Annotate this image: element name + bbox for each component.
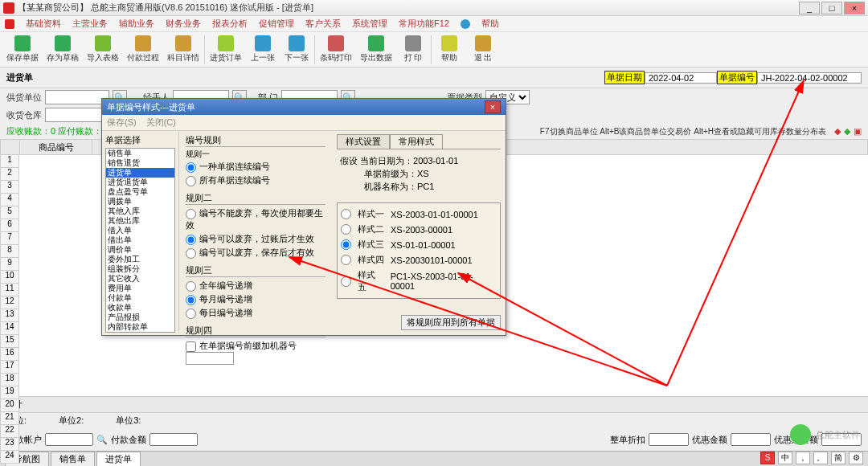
shortcut-hints: F7切换商品单位 Alt+B该商品曾单位交易价 Alt+H查看或隐藏可用库存数量…	[540, 126, 826, 137]
list-item[interactable]: 产品报损	[106, 313, 174, 322]
rule1-opt-a[interactable]: 一种单据连续编号	[186, 160, 326, 174]
list-item[interactable]: 组装拆分	[106, 264, 174, 274]
assumption-info: 假设 当前日期为：2003-01-01 单据前缀为：XS 机器名称为：PC1	[337, 149, 501, 198]
menu-item[interactable]: 基础资料	[26, 18, 61, 30]
watermark: 总舵主软件	[790, 424, 860, 445]
tool-barcode[interactable]: 条码打印	[317, 35, 355, 64]
rule3-header: 规则三	[186, 264, 326, 277]
rule2-opt-a[interactable]: 编号不能废弃，每次使用都要生效	[186, 206, 326, 232]
list-item[interactable]: 销售单	[106, 149, 174, 158]
sample-5[interactable]: 样式五PC1-XS-2003-01-01-00001	[341, 268, 497, 295]
tool-export[interactable]: 导出数据	[357, 35, 395, 64]
rule2-opt-b[interactable]: 编号可以废弃，过账后才生效	[186, 232, 326, 246]
list-item[interactable]: 其它收入	[106, 274, 174, 284]
rule2-opt-c[interactable]: 编号可以废弃，保存后才有效	[186, 246, 326, 260]
list-item[interactable]: 进货单	[106, 168, 174, 178]
list-item[interactable]: 进货退货单	[106, 178, 174, 187]
app-icon-small	[5, 19, 14, 29]
tool-next[interactable]: 下一张	[280, 35, 313, 64]
list-item[interactable]: 调拨单	[106, 197, 174, 206]
machine-no-input[interactable]	[186, 352, 234, 365]
list-item[interactable]: 借出单	[106, 235, 174, 245]
window-title: 【某某商贸公司】 总舵主商贸通用版(V8.6 20151016) 迷你试用版 -…	[18, 2, 799, 14]
menu-item[interactable]: 促销管理	[259, 18, 294, 30]
menu-item[interactable]: 主营业务	[72, 18, 108, 30]
list-item[interactable]: 盘点盈亏单	[106, 187, 174, 197]
apply-all-button[interactable]: 将规则应用到所有单据	[401, 315, 501, 330]
tool-help[interactable]: 帮助	[433, 35, 465, 64]
sample-1[interactable]: 样式一XS-2003-01-01-00001	[341, 206, 497, 222]
maximize-button[interactable]: □	[821, 2, 842, 14]
docno-label: 单据编号	[717, 71, 757, 84]
rule3-opt-a[interactable]: 全年编号递增	[186, 279, 326, 292]
tool-subject[interactable]: 科目详情	[164, 35, 203, 64]
ime-icon[interactable]: 简	[831, 452, 845, 464]
rule3-opt-c[interactable]: 每日编号递增	[186, 306, 326, 320]
list-item[interactable]: 内部转款单	[106, 322, 174, 332]
supplier-input[interactable]	[45, 90, 109, 104]
col-header[interactable]: 商品编号	[20, 140, 92, 154]
menu-item[interactable]: 帮助	[481, 18, 499, 30]
ime-icon[interactable]: S	[760, 452, 775, 464]
dialog-close-icon[interactable]: ×	[485, 100, 501, 113]
dialog-save[interactable]: 保存(S)	[107, 117, 137, 129]
list-item[interactable]: 销售退货	[106, 158, 174, 168]
menu-item[interactable]: 客户关系	[305, 18, 341, 30]
date-value[interactable]: 2022-04-02	[645, 72, 717, 84]
recvwh-input[interactable]	[45, 108, 109, 122]
ime-icon[interactable]: 中	[778, 452, 792, 464]
flag-icon[interactable]: ◆	[834, 126, 841, 137]
flag-icon[interactable]: ◆	[844, 126, 850, 137]
tab-style-settings[interactable]: 样式设置	[337, 134, 390, 149]
sample-4[interactable]: 样式四XS-20030101-00001	[341, 252, 497, 268]
tab-common-styles[interactable]: 常用样式	[390, 134, 443, 149]
ime-icon[interactable]: 。	[813, 452, 828, 464]
list-item[interactable]: 库存调整单	[106, 332, 174, 333]
date-label: 单据日期	[604, 71, 645, 84]
sample-3[interactable]: 样式三XS-01-01-00001	[341, 237, 497, 252]
list-item[interactable]: 费用单	[106, 284, 174, 293]
tool-draft[interactable]: 存为草稿	[43, 35, 82, 64]
dialog-close[interactable]: 关闭(C)	[146, 117, 176, 129]
rule4-header: 规则四	[186, 325, 326, 337]
style-samples: 样式一XS-2003-01-01-00001 样式二XS-2003-00001 …	[337, 202, 501, 299]
list-item[interactable]: 调价单	[106, 245, 174, 255]
minimize-button[interactable]: _	[799, 2, 820, 14]
tool-import[interactable]: 导入表格	[84, 35, 122, 64]
tool-order[interactable]: 进货订单	[207, 35, 245, 64]
rule1-header: 编号规则	[186, 134, 326, 147]
doc-header: 进货单 单据日期 2022-04-02 单据编号 JH-2022-04-02-0…	[0, 67, 868, 88]
supplier-label: 供货单位	[6, 92, 42, 104]
tool-print[interactable]: 打 印	[397, 35, 429, 64]
ime-icon[interactable]: ⚙	[849, 452, 863, 464]
tool-prev[interactable]: 上一张	[247, 35, 279, 64]
tool-payment[interactable]: 付款过程	[124, 35, 162, 64]
flag-icon[interactable]: ▣	[854, 126, 862, 137]
list-item[interactable]: 其他入库	[106, 206, 174, 216]
rule1-opt-b[interactable]: 所有单据连续编号	[186, 174, 326, 187]
list-item[interactable]: 借入单	[106, 226, 174, 235]
menu-item[interactable]: 报表分析	[212, 18, 248, 30]
list-item[interactable]: 委外加工	[106, 255, 174, 264]
dialog-titlebar[interactable]: 单据编号样式---进货单 ×	[102, 99, 506, 115]
docno-style-dialog: 单据编号样式---进货单 × 保存(S) 关闭(C) 单据选择 销售单销售退货进…	[101, 98, 506, 336]
list-item[interactable]: 付款单	[106, 293, 174, 303]
sample-2[interactable]: 样式二XS-2003-00001	[341, 222, 497, 237]
list-item[interactable]: 其他出库	[106, 216, 174, 226]
list-item[interactable]: 收款单	[106, 303, 174, 313]
menu-item[interactable]: 财务业务	[166, 18, 201, 30]
menu-item[interactable]: 系统管理	[352, 18, 387, 30]
menu-bar: 基础资料 主营业务 辅助业务 财务业务 报表分析 促销管理 客户关系 系统管理 …	[0, 16, 868, 32]
ime-icon[interactable]: ,	[796, 452, 810, 464]
tool-save[interactable]: 保存单据	[3, 35, 42, 64]
bill-type-list[interactable]: 销售单销售退货进货单进货退货单盘点盈亏单调拨单其他入库其他出库借入单借出单调价单…	[105, 148, 175, 333]
rule3-opt-b[interactable]: 每月编号递增	[186, 292, 326, 306]
tool-exit[interactable]: 退 出	[467, 35, 499, 64]
menu-item[interactable]: 辅助业务	[119, 18, 154, 30]
close-button[interactable]: ×	[844, 2, 865, 14]
menu-item[interactable]: 常用功能F12	[399, 18, 449, 30]
help-icon	[461, 19, 470, 29]
rule4-opt-a[interactable]: 在单据编号前缀加机器号	[186, 339, 326, 366]
docno-value[interactable]: JH-2022-04-02-00002	[757, 72, 862, 84]
dialog-toolbar: 保存(S) 关闭(C)	[102, 115, 506, 131]
